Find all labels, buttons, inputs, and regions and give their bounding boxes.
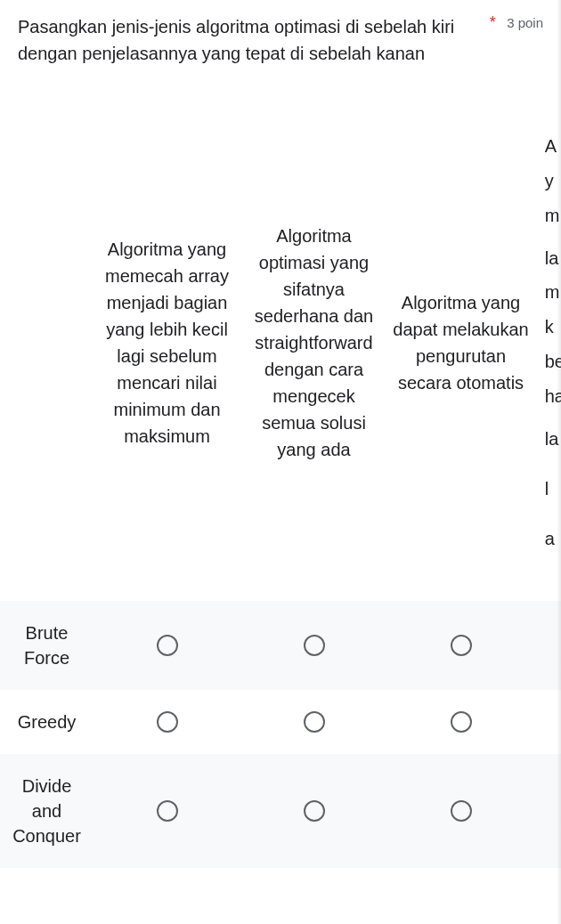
matching-grid: Algoritma yang memecah array menjadi bag…: [0, 129, 561, 868]
column-header-2: Algoritma optimasi yang sifatnya sederha…: [246, 223, 382, 463]
table-row: Divide and Conquer: [0, 754, 561, 868]
table-row: Greedy: [0, 690, 561, 754]
row-label-1: Brute Force: [5, 620, 88, 670]
radio-divide-col1[interactable]: [157, 800, 178, 822]
points-label: 3 poin: [507, 15, 543, 30]
question-header: Pasangkan jenis-jenis algoritma optimasi…: [0, 13, 561, 67]
radio-divide-col3[interactable]: [451, 800, 472, 822]
radio-bruteforce-col1[interactable]: [157, 635, 178, 656]
question-body: Pasangkan jenis-jenis algoritma optimasi…: [18, 17, 454, 63]
column-header-3: Algoritma yang dapat melakukan penguruta…: [393, 289, 529, 396]
radio-greedy-col3[interactable]: [451, 711, 472, 733]
row-label-2: Greedy: [5, 709, 88, 734]
radio-divide-col2[interactable]: [304, 800, 325, 822]
column-header-row: Algoritma yang memecah array menjadi bag…: [0, 129, 561, 601]
scroll-edge-shadow: [557, 0, 561, 924]
radio-bruteforce-col3[interactable]: [451, 635, 472, 656]
radio-bruteforce-col2[interactable]: [304, 635, 325, 656]
row-label-3: Divide and Conquer: [5, 774, 88, 848]
table-row: Brute Force: [0, 601, 561, 690]
radio-greedy-col2[interactable]: [304, 711, 325, 733]
required-asterisk: *: [490, 13, 496, 31]
question-meta: * 3 poin: [490, 13, 543, 32]
column-header-1: Algoritma yang memecah array menjadi bag…: [99, 236, 235, 450]
question-text: Pasangkan jenis-jenis algoritma optimasi…: [18, 13, 490, 67]
radio-greedy-col1[interactable]: [157, 711, 178, 733]
